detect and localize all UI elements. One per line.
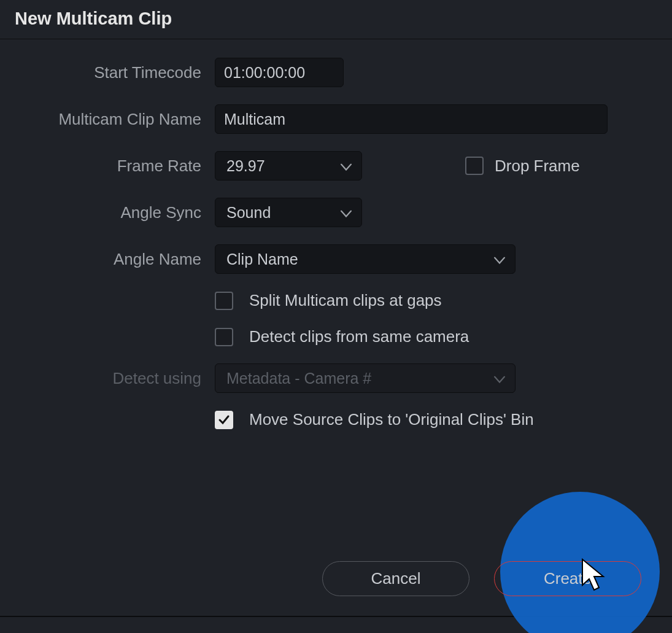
angle-name-value: Clip Name <box>226 250 298 268</box>
dialog-footer-divider <box>0 616 672 617</box>
move-source-clips-label[interactable]: Move Source Clips to 'Original Clips' Bi… <box>249 410 534 429</box>
angle-name-label: Angle Name <box>31 250 215 269</box>
split-gaps-label[interactable]: Split Multicam clips at gaps <box>249 291 442 310</box>
frame-rate-select[interactable]: 29.97 <box>215 151 362 181</box>
detect-using-select: Metadata - Camera # <box>215 363 516 393</box>
create-button[interactable]: Create <box>494 561 641 596</box>
chevron-down-icon <box>341 157 352 175</box>
cancel-button[interactable]: Cancel <box>322 561 469 596</box>
new-multicam-dialog: New Multicam Clip Start Timecode Multica… <box>0 0 672 633</box>
detect-using-value: Metadata - Camera # <box>226 370 371 387</box>
angle-name-select[interactable]: Clip Name <box>215 244 516 274</box>
detect-same-camera-checkbox[interactable] <box>215 328 233 346</box>
start-timecode-label: Start Timecode <box>31 63 215 82</box>
chevron-down-icon <box>494 250 505 268</box>
start-timecode-input[interactable] <box>215 58 344 87</box>
clip-name-input[interactable] <box>215 104 608 134</box>
clip-name-label: Multicam Clip Name <box>31 110 215 129</box>
angle-sync-label: Angle Sync <box>31 203 215 222</box>
frame-rate-label: Frame Rate <box>31 157 215 176</box>
detect-same-camera-label[interactable]: Detect clips from same camera <box>249 327 469 346</box>
split-gaps-checkbox[interactable] <box>215 292 233 310</box>
move-source-clips-checkbox[interactable] <box>215 411 233 429</box>
frame-rate-value: 29.97 <box>226 157 265 175</box>
dialog-form: Start Timecode Multicam Clip Name Frame … <box>0 39 672 429</box>
angle-sync-select[interactable]: Sound <box>215 198 362 227</box>
dialog-button-row: Cancel Create <box>322 561 641 596</box>
dialog-title: New Multicam Clip <box>0 0 672 39</box>
drop-frame-checkbox[interactable] <box>465 157 484 175</box>
chevron-down-icon <box>341 204 352 222</box>
drop-frame-label[interactable]: Drop Frame <box>495 157 580 176</box>
detect-using-label: Detect using <box>31 369 215 388</box>
chevron-down-icon <box>494 370 505 387</box>
angle-sync-value: Sound <box>226 204 271 222</box>
